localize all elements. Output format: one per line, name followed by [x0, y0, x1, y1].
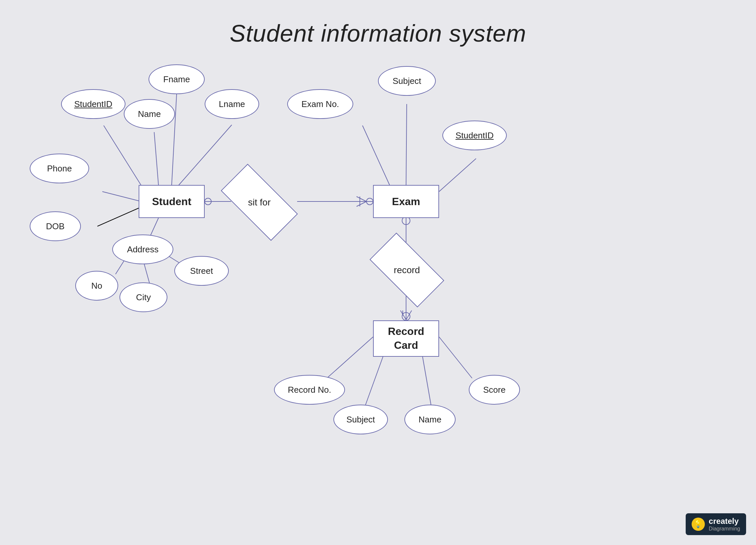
ellipse-street: Street	[174, 256, 229, 286]
ellipse-subject2: Subject	[333, 405, 388, 434]
svg-line-1	[104, 125, 142, 187]
ellipse-lname: Lname	[205, 89, 259, 119]
ellipse-name2: Name	[404, 405, 456, 434]
ellipse-record-no: Record No.	[274, 375, 345, 405]
svg-line-23	[400, 311, 406, 320]
svg-line-17	[362, 125, 390, 185]
svg-line-5	[97, 208, 139, 226]
svg-line-4	[102, 191, 139, 201]
svg-line-29	[423, 357, 432, 410]
ellipse-name: Name	[124, 99, 175, 129]
diamond-sit-for: sit for	[224, 183, 295, 221]
svg-line-2	[154, 132, 158, 185]
watermark: 💡 creately Diagramming	[686, 513, 746, 535]
watermark-brand: creately Diagramming	[709, 517, 740, 532]
svg-line-18	[406, 104, 407, 185]
ellipse-student-id2: StudentID	[442, 120, 507, 150]
ellipse-fname: Fname	[149, 64, 205, 94]
ellipse-address: Address	[112, 234, 173, 264]
entity-exam: Exam	[373, 185, 439, 218]
ellipse-student-id: StudentID	[61, 89, 125, 119]
diamond-record: record	[373, 251, 441, 289]
svg-line-14	[357, 201, 366, 206]
svg-point-26	[402, 313, 410, 321]
ellipse-phone: Phone	[30, 153, 89, 183]
entity-record-card: Record Card	[373, 321, 439, 357]
ellipse-exam-no: Exam No.	[287, 89, 353, 119]
svg-line-19	[439, 158, 476, 191]
svg-line-30	[439, 337, 472, 378]
svg-point-16	[366, 198, 373, 205]
svg-line-27	[327, 337, 373, 378]
ellipse-dob: DOB	[30, 211, 81, 241]
ellipse-city: City	[120, 283, 167, 312]
ellipse-score: Score	[469, 375, 520, 405]
svg-line-28	[364, 357, 383, 410]
svg-point-11	[205, 198, 211, 205]
ellipse-no: No	[75, 271, 118, 301]
svg-line-24	[406, 311, 412, 320]
page-title: Student information system	[0, 0, 756, 47]
entity-student: Student	[139, 185, 205, 218]
svg-line-3	[178, 125, 232, 186]
ellipse-subject1: Subject	[378, 66, 436, 96]
svg-line-13	[357, 196, 366, 201]
watermark-icon: 💡	[692, 518, 705, 531]
